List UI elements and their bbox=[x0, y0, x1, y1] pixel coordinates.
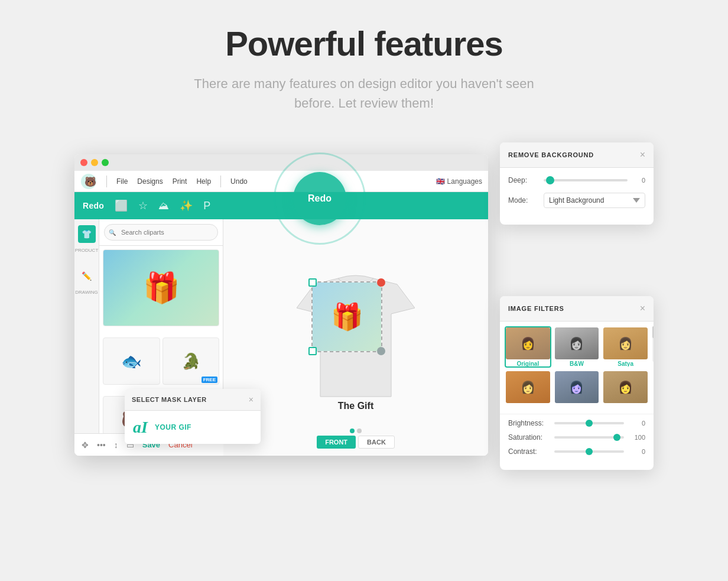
mountain-icon[interactable]: ⛰ bbox=[158, 200, 169, 212]
svg-text:🐻: 🐻 bbox=[84, 176, 96, 187]
close-dot[interactable] bbox=[80, 159, 87, 166]
filter-bw[interactable]: 👩 B&W bbox=[554, 326, 600, 368]
menu-divider bbox=[106, 176, 107, 187]
menu-divider2 bbox=[220, 176, 221, 187]
dots-icon[interactable]: ••• bbox=[97, 440, 106, 450]
pagination-dot-2[interactable] bbox=[357, 429, 362, 433]
brightness-label: Brightness: bbox=[508, 419, 550, 427]
brightness-track[interactable] bbox=[554, 422, 624, 424]
crop-icon[interactable]: ⬜ bbox=[115, 199, 128, 212]
contrast-value: 0 bbox=[629, 448, 645, 455]
remove-bg-header: REMOVE BACKGROUND × bbox=[500, 142, 654, 168]
sidebar-drawing[interactable]: ✏️ bbox=[78, 267, 96, 285]
page-subtitle: There are many features on design editor… bbox=[175, 74, 553, 113]
screenshot-area: 🐻 File Designs Print Help Undo 🇬🇧 Langua… bbox=[74, 142, 654, 462]
sidebar-product-label: PRODUCT bbox=[75, 248, 99, 253]
mask-title: SELECT MASK LAYER bbox=[132, 396, 207, 403]
remove-bg-panel: REMOVE BACKGROUND × Deep: 0 Mode: Light … bbox=[500, 142, 654, 225]
filter-satya-label: Satya bbox=[603, 359, 648, 367]
filter-satya[interactable]: 👩 Satya bbox=[602, 326, 649, 368]
language-selector[interactable]: 🇬🇧 Languages bbox=[436, 177, 482, 186]
clipart-fish[interactable]: 🐟 bbox=[103, 337, 160, 385]
mode-row: Mode: Light Background Dark Background A… bbox=[508, 193, 645, 208]
main-canvas: 🎁 The Gift FRONT BACK bbox=[223, 219, 488, 456]
search-input[interactable] bbox=[104, 224, 218, 241]
menu-file[interactable]: File bbox=[112, 177, 132, 186]
back-button[interactable]: BACK bbox=[358, 436, 395, 449]
mask-close-button[interactable]: × bbox=[249, 395, 254, 404]
sidebar-product[interactable]: 👕 bbox=[78, 225, 96, 243]
clipart-gift[interactable]: 🎁 bbox=[103, 249, 219, 326]
mask-header: SELECT MASK LAYER × bbox=[125, 389, 261, 411]
front-back-nav: FRONT BACK bbox=[317, 436, 395, 449]
mask-item[interactable]: aI YOUR GIF bbox=[125, 411, 261, 444]
mode-label: Mode: bbox=[508, 196, 538, 205]
contrast-thumb[interactable] bbox=[586, 448, 593, 455]
editor-titlebar bbox=[74, 154, 488, 171]
redo-label: Redo bbox=[308, 193, 332, 204]
mask-popup: SELECT MASK LAYER × aI YOUR GIF bbox=[125, 389, 261, 444]
free-badge-gator: FREE bbox=[202, 376, 217, 383]
menu-help[interactable]: Help bbox=[191, 177, 216, 186]
left-sidebar: 👕 PRODUCT ✏️ DRAWING bbox=[74, 219, 99, 456]
scrollbar[interactable] bbox=[652, 326, 654, 362]
saturation-value: 100 bbox=[629, 434, 645, 441]
page-title: Powerful features bbox=[225, 24, 503, 63]
filter-4-label bbox=[506, 403, 550, 404]
filter-original[interactable]: 👩 Original bbox=[505, 326, 551, 368]
clipart-gator[interactable]: 🐊 FREE bbox=[162, 337, 220, 385]
filter-thumbs: 👩 Original 👩 B&W 👩 Satya � bbox=[500, 322, 654, 414]
menu-print[interactable]: Print bbox=[168, 177, 192, 186]
filter-6-label bbox=[603, 403, 648, 404]
scrollbar-thumb[interactable] bbox=[652, 326, 654, 338]
filter-4[interactable]: 👩 bbox=[505, 370, 551, 411]
filter-5-label bbox=[555, 403, 599, 404]
expand-icon[interactable]: ✥ bbox=[82, 440, 89, 450]
magic-icon[interactable]: ✨ bbox=[180, 199, 193, 212]
contrast-label: Contrast: bbox=[508, 447, 550, 456]
filter-sliders: Brightness: 0 Saturation: 100 Contrast: bbox=[500, 414, 654, 470]
star-icon[interactable]: ☆ bbox=[138, 199, 148, 212]
saturation-label: Saturation: bbox=[508, 433, 550, 442]
saturation-thumb[interactable] bbox=[613, 434, 620, 441]
filters-header: IMAGE FILTERS × bbox=[500, 296, 654, 322]
front-button[interactable]: FRONT bbox=[317, 436, 356, 449]
saturation-track[interactable] bbox=[554, 436, 624, 439]
pagination-dot-1[interactable] bbox=[350, 429, 355, 433]
brightness-thumb[interactable] bbox=[586, 420, 593, 427]
filter-5[interactable]: 👩 bbox=[554, 370, 600, 411]
contrast-track[interactable] bbox=[554, 450, 624, 453]
menu-designs[interactable]: Designs bbox=[132, 177, 167, 186]
deep-thumb[interactable] bbox=[546, 176, 554, 184]
mask-item-label: YOUR GIF bbox=[155, 423, 191, 431]
resize-icon[interactable]: ↕ bbox=[114, 440, 118, 450]
filters-close[interactable]: × bbox=[640, 303, 645, 314]
remove-bg-body: Deep: 0 Mode: Light Background Dark Back… bbox=[500, 168, 654, 225]
handle-tl[interactable] bbox=[308, 278, 317, 287]
remove-bg-close[interactable]: × bbox=[640, 150, 645, 160]
contrast-row: Contrast: 0 bbox=[508, 447, 645, 456]
filters-title: IMAGE FILTERS bbox=[508, 305, 564, 312]
handle-br[interactable] bbox=[377, 347, 385, 355]
maximize-dot[interactable] bbox=[102, 159, 109, 166]
design-overlay[interactable]: 🎁 bbox=[311, 281, 382, 352]
filter-bw-label: B&W bbox=[555, 359, 599, 367]
filter-6[interactable]: 👩 bbox=[602, 370, 649, 411]
saturation-row: Saturation: 100 bbox=[508, 433, 645, 442]
search-bar bbox=[99, 219, 223, 246]
handle-bl[interactable] bbox=[308, 347, 317, 355]
menu-undo[interactable]: Undo bbox=[226, 177, 252, 186]
deep-value: 0 bbox=[633, 177, 645, 184]
redo-circle: Redo bbox=[293, 172, 346, 225]
filters-panel: IMAGE FILTERS × 👩 Original 👩 B&W bbox=[500, 296, 654, 470]
minimize-dot[interactable] bbox=[91, 159, 98, 166]
tshirt-area: 🎁 The Gift bbox=[285, 252, 427, 423]
deep-label: Deep: bbox=[508, 176, 538, 184]
brightness-row: Brightness: 0 bbox=[508, 419, 645, 427]
shape-icon[interactable]: P bbox=[203, 200, 210, 212]
deep-slider[interactable] bbox=[544, 179, 628, 181]
filter-original-label: Original bbox=[506, 359, 550, 367]
app-logo: 🐻 bbox=[80, 173, 97, 190]
handle-tr[interactable] bbox=[377, 278, 385, 287]
mode-select[interactable]: Light Background Dark Background Auto bbox=[544, 193, 645, 208]
